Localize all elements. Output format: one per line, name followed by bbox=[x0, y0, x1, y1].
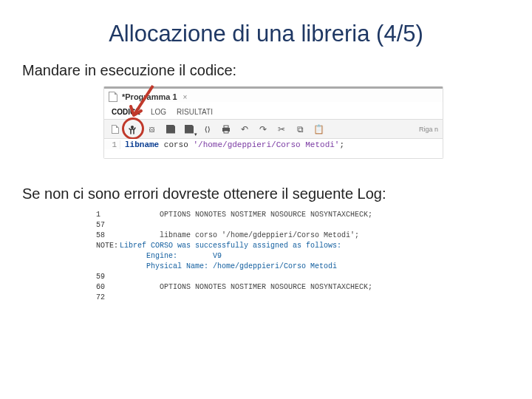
close-icon[interactable]: × bbox=[183, 93, 188, 101]
log-note: NOTE: Libref CORSO was successfully assi… bbox=[96, 241, 451, 251]
editor-subtabs: CODICE LOG RISULTATI bbox=[104, 102, 443, 120]
editor-toolbar: ⦻ ▾ ⟨⟩ ↶ ↷ ✂ ⧉ 📋 Riga n bbox=[104, 120, 443, 139]
log-line: 57 bbox=[96, 220, 451, 231]
log-output: 1 OPTIONS NONOTES NOSTIMER NOSOURCE NOSY… bbox=[96, 210, 451, 303]
cut-icon[interactable]: ✂ bbox=[275, 123, 288, 136]
log-note: Physical Name: /home/gdeppieri/Corso Met… bbox=[96, 262, 451, 272]
code-line[interactable]: 1 libname corso '/home/gdeppieri/Corso M… bbox=[104, 139, 443, 158]
line-indicator: Riga n bbox=[419, 126, 438, 133]
log-line: 59 bbox=[96, 272, 451, 282]
new-file-icon[interactable] bbox=[109, 123, 122, 136]
print-icon[interactable] bbox=[219, 123, 233, 136]
svg-rect-3 bbox=[224, 131, 228, 133]
svg-rect-2 bbox=[224, 126, 228, 128]
save-icon[interactable] bbox=[164, 123, 177, 136]
mid-text: Se non ci sono errori dovreste ottenere … bbox=[22, 185, 510, 202]
editor-panel: *Programma 1 × CODICE LOG RISULTATI ⦻ ▾ bbox=[103, 86, 443, 159]
log-line: 60 OPTIONS NONOTES NOSTIMER NOSOURCE NOS… bbox=[96, 282, 451, 293]
tab-log[interactable]: LOG bbox=[151, 108, 166, 116]
copy-icon[interactable]: ⧉ bbox=[293, 123, 307, 136]
xml-icon[interactable]: ⟨⟩ bbox=[201, 123, 214, 136]
log-line: 58 libname corso '/home/gdeppieri/Corso … bbox=[96, 231, 451, 241]
undo-icon[interactable]: ↶ bbox=[238, 123, 251, 136]
log-note: Engine: V9 bbox=[96, 251, 451, 262]
line-number: 1 bbox=[104, 140, 120, 149]
paste-icon[interactable]: 📋 bbox=[312, 123, 325, 136]
slide-title: Allocazione di una libreria (4/5) bbox=[22, 21, 510, 47]
intro-text: Mandare in esecuzione il codice: bbox=[22, 62, 510, 79]
stop-icon[interactable]: ⦻ bbox=[146, 123, 159, 136]
tab-codice[interactable]: CODICE bbox=[112, 108, 140, 116]
save-as-icon[interactable]: ▾ bbox=[183, 123, 196, 136]
log-line: 1 OPTIONS NONOTES NOSTIMER NOSOURCE NOSY… bbox=[96, 210, 451, 220]
log-line: 72 bbox=[96, 293, 451, 303]
file-icon bbox=[109, 92, 117, 102]
editor-tab-bar: *Programma 1 × bbox=[104, 89, 443, 102]
run-icon[interactable] bbox=[127, 123, 140, 136]
editor-tab-title[interactable]: *Programma 1 bbox=[122, 92, 177, 101]
redo-icon[interactable]: ↷ bbox=[256, 123, 270, 136]
code-text: libname corso '/home/gdeppieri/Corso Met… bbox=[120, 140, 344, 149]
tab-risultati[interactable]: RISULTATI bbox=[177, 108, 213, 116]
